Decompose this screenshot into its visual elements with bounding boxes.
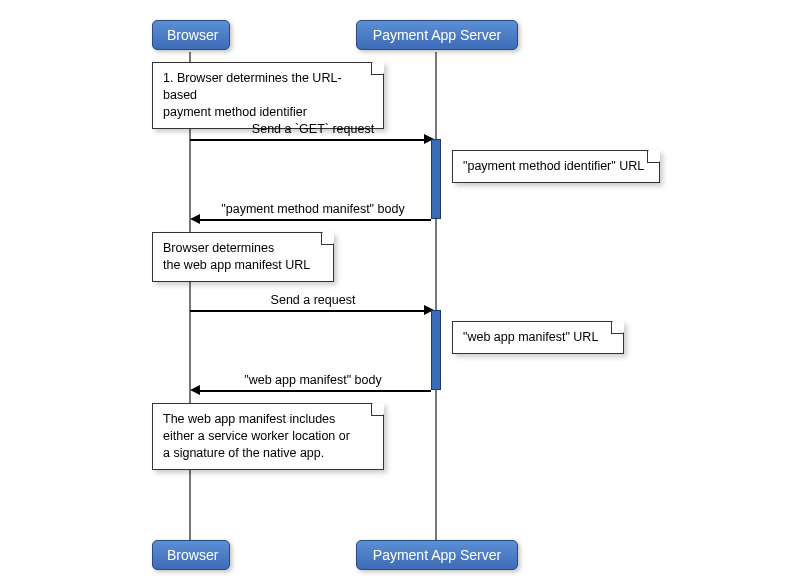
message-arrow — [200, 219, 431, 221]
message-label: Send a `GET` request — [190, 122, 436, 136]
note-fold-icon — [371, 63, 383, 75]
participant-server-bottom: Payment App Server — [356, 540, 518, 570]
note-manifest-includes: The web app manifest includes either a s… — [152, 403, 384, 470]
sequence-diagram: { "participants": { "left": "Browser", "… — [0, 0, 800, 587]
note-fold-icon — [371, 404, 383, 416]
message-label: "web app manifest" body — [190, 373, 436, 387]
arrowhead-left-icon — [190, 385, 200, 395]
note-text: The web app manifest includes either a s… — [163, 412, 350, 460]
note-fold-icon — [647, 151, 659, 163]
note-text: 1. Browser determines the URL-based paym… — [163, 71, 342, 119]
note-webapp-url: "web app manifest" URL — [452, 321, 624, 354]
participant-browser-top: Browser — [152, 20, 230, 50]
participant-label: Payment App Server — [373, 547, 501, 563]
message-label: "payment method manifest" body — [190, 202, 436, 216]
participant-browser-bottom: Browser — [152, 540, 230, 570]
note-step1: 1. Browser determines the URL-based paym… — [152, 62, 384, 129]
note-pmi-url: "payment method identifier" URL — [452, 150, 660, 183]
note-fold-icon — [321, 233, 333, 245]
message-arrow — [190, 310, 430, 312]
participant-label: Payment App Server — [373, 27, 501, 43]
participant-label: Browser — [167, 27, 218, 43]
note-text: "payment method identifier" URL — [463, 159, 644, 173]
participant-label: Browser — [167, 547, 218, 563]
note-text: Browser determines the web app manifest … — [163, 241, 310, 272]
note-fold-icon — [611, 322, 623, 334]
message-arrow — [190, 139, 430, 141]
arrowhead-left-icon — [190, 214, 200, 224]
message-label: Send a request — [190, 293, 436, 307]
message-arrow — [200, 390, 431, 392]
participant-server-top: Payment App Server — [356, 20, 518, 50]
note-manifest-url: Browser determines the web app manifest … — [152, 232, 334, 282]
note-text: "web app manifest" URL — [463, 330, 598, 344]
